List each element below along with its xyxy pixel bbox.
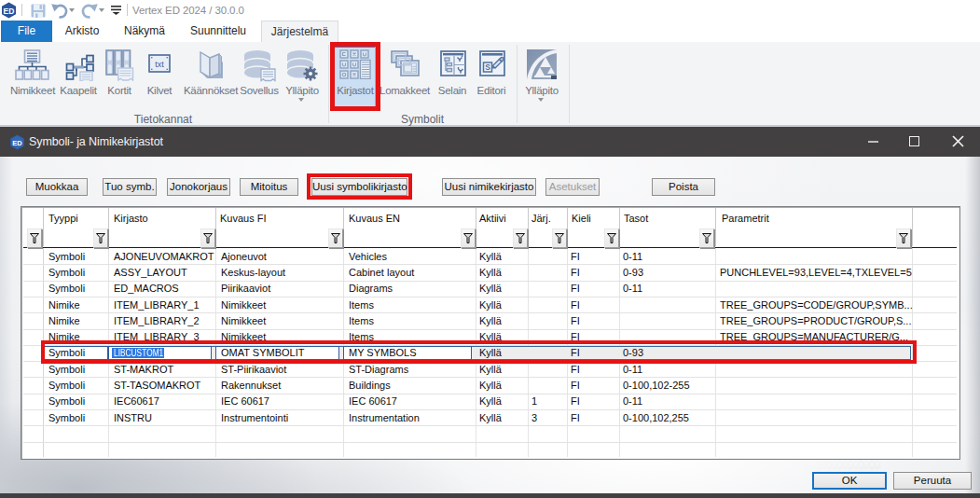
svg-text:txt: txt [155,60,164,69]
svg-text:S: S [485,62,490,72]
svg-text:ED: ED [12,139,22,147]
svg-text:ED: ED [4,7,15,16]
